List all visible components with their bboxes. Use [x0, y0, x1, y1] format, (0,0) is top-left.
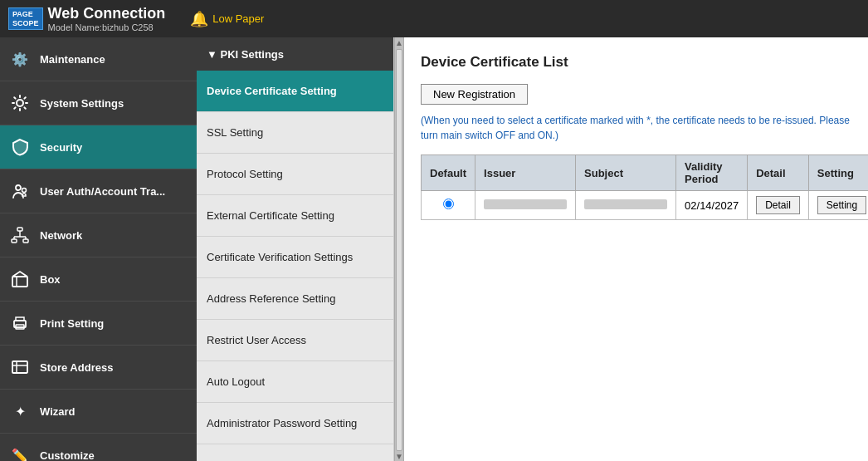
- submenu-item-device-cert[interactable]: Device Certificate Setting: [197, 71, 393, 112]
- sidebar-item-customize[interactable]: ✏️ Customize: [0, 434, 197, 461]
- svg-rect-10: [12, 277, 27, 287]
- alert-label: Low Paper: [212, 12, 264, 25]
- submenu-header-label: ▼ PKI Settings: [207, 48, 284, 61]
- submenu-header: ▼ PKI Settings: [197, 37, 393, 71]
- content-area: Device Certificate List New Registration…: [404, 37, 868, 461]
- model-name: Model Name:bizhub C258: [48, 22, 166, 32]
- main-layout: ⚙️ Maintenance System Settings Security …: [0, 37, 868, 461]
- col-header-default: Default: [422, 155, 475, 191]
- sidebar-item-print-setting[interactable]: Print Setting: [0, 302, 197, 346]
- logo-box: PAGE SCOPE: [8, 7, 43, 31]
- sidebar-item-security[interactable]: Security: [0, 125, 197, 169]
- sidebar-item-wizard[interactable]: ✦ Wizard: [0, 390, 197, 434]
- svg-point-0: [17, 100, 23, 106]
- sidebar-item-network[interactable]: Network: [0, 213, 197, 257]
- sidebar-label-security: Security: [40, 141, 82, 154]
- col-header-detail: Detail: [748, 155, 809, 191]
- submenu-item-cert-verify[interactable]: Certificate Verification Settings: [197, 237, 393, 278]
- detail-button[interactable]: Detail: [756, 196, 800, 214]
- sidebar-label-user-auth: User Auth/Account Tra...: [40, 185, 165, 198]
- page-title: Device Certificate List: [421, 54, 851, 71]
- info-text: (When you need to select a certificate m…: [421, 113, 851, 143]
- sidebar-label-box: Box: [40, 273, 61, 286]
- cell-subject: [576, 191, 676, 220]
- col-header-validity: Validity Period: [676, 155, 748, 191]
- sidebar-item-box[interactable]: Box: [0, 257, 197, 302]
- col-header-setting: Setting: [808, 155, 868, 191]
- wizard-icon: ✦: [8, 400, 32, 423]
- cell-issuer: [475, 191, 576, 220]
- submenu-item-auto-logout[interactable]: Auto Logout: [197, 361, 393, 403]
- topbar: PAGE SCOPE Web Connection Model Name:biz…: [0, 0, 868, 37]
- sidebar-item-maintenance[interactable]: ⚙️ Maintenance: [0, 37, 197, 81]
- bell-icon: 🔔: [190, 10, 208, 28]
- svg-rect-5: [23, 239, 28, 243]
- submenu-item-admin-password[interactable]: Administrator Password Setting: [197, 403, 393, 444]
- submenu-item-address-ref[interactable]: Address Reference Setting: [197, 278, 393, 320]
- app-title: Web Connection: [48, 5, 166, 22]
- svg-rect-3: [17, 228, 22, 231]
- app-title-block: Web Connection Model Name:bizhub C258: [48, 5, 166, 32]
- new-registration-button[interactable]: New Registration: [421, 84, 528, 105]
- svg-point-1: [16, 185, 21, 190]
- submenu-item-restrict-user[interactable]: Restrict User Access: [197, 320, 393, 361]
- store-address-icon: [8, 356, 32, 379]
- submenu-item-protocol-setting[interactable]: Protocol Setting: [197, 154, 393, 195]
- print-setting-icon: [8, 311, 32, 335]
- system-settings-icon: [8, 91, 32, 115]
- col-header-subject: Subject: [576, 155, 676, 191]
- submenu-item-external-cert[interactable]: External Certificate Setting: [197, 195, 393, 237]
- sidebar-label-wizard: Wizard: [40, 405, 76, 418]
- sidebar-item-store-address[interactable]: Store Address: [0, 346, 197, 390]
- submenu-item-ssl-setting[interactable]: SSL Setting: [197, 112, 393, 154]
- col-header-issuer: Issuer: [475, 155, 576, 191]
- sidebar-label-store-address: Store Address: [40, 361, 113, 374]
- svg-rect-4: [12, 239, 17, 243]
- sidebar-item-system-settings[interactable]: System Settings: [0, 81, 197, 125]
- sidebar-item-user-auth[interactable]: User Auth/Account Tra...: [0, 169, 197, 213]
- security-icon: [8, 135, 32, 159]
- table-row: 02/14/2027 Detail Setting: [422, 191, 869, 220]
- sidebar-label-system-settings: System Settings: [40, 97, 124, 110]
- network-icon: [8, 223, 32, 247]
- setting-button[interactable]: Setting: [817, 196, 866, 214]
- subject-value: [584, 199, 667, 209]
- app-logo: PAGE SCOPE Web Connection Model Name:biz…: [8, 5, 165, 32]
- box-icon: [8, 267, 32, 291]
- submenu: ▼ PKI Settings Device Certificate Settin…: [197, 37, 394, 461]
- cell-detail: Detail: [748, 191, 809, 220]
- cell-default: [422, 191, 475, 220]
- sidebar: ⚙️ Maintenance System Settings Security …: [0, 37, 197, 461]
- svg-rect-14: [12, 361, 27, 373]
- certificate-table: Default Issuer Subject Validity Period D…: [421, 154, 868, 220]
- cell-validity: 02/14/2027: [676, 191, 748, 220]
- cert-radio[interactable]: [443, 199, 454, 209]
- alert-indicator: 🔔 Low Paper: [190, 10, 264, 28]
- issuer-value: [484, 199, 567, 209]
- sidebar-label-print-setting: Print Setting: [40, 317, 104, 330]
- sidebar-label-network: Network: [40, 229, 82, 242]
- cell-setting: Setting: [808, 191, 868, 220]
- svg-point-2: [22, 189, 27, 193]
- scroll-divider: ▲ ▼: [394, 37, 404, 461]
- sidebar-label-maintenance: Maintenance: [40, 53, 105, 66]
- sidebar-label-customize: Customize: [40, 449, 95, 462]
- customize-icon: ✏️: [8, 444, 32, 461]
- maintenance-icon: ⚙️: [8, 47, 32, 71]
- user-auth-icon: [8, 179, 32, 203]
